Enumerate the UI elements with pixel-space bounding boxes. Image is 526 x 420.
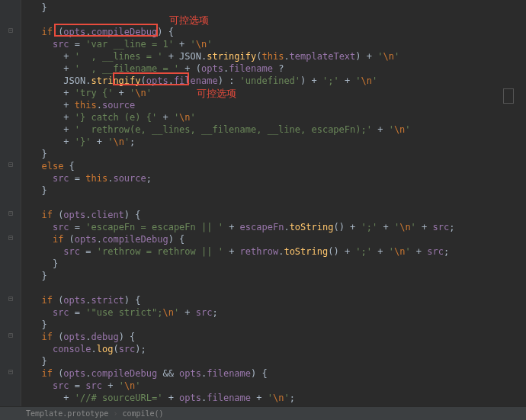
code-line: if (opts.strict) { (30, 294, 526, 306)
code-line: if (opts.debug) { (30, 331, 526, 343)
code-line: } (30, 184, 526, 197)
code-line: + 'try {' + '\n' (30, 87, 526, 99)
fold-collapse-icon[interactable]: ⊟ (7, 27, 14, 34)
code-line: src = this.source; (30, 172, 526, 184)
code-line: src = '"use strict";\n' + src; (30, 306, 526, 319)
code-line: + '//# sourceURL=' + opts.filename + '\n… (30, 392, 526, 404)
annotation-label: 可控选项 (197, 87, 236, 101)
code-line: } (30, 148, 526, 160)
code-line: + '}' + '\n'; (30, 136, 526, 148)
breadcrumb[interactable]: Template.prototype›compile() (0, 406, 526, 420)
fold-collapse-icon[interactable]: ⊟ (7, 332, 14, 339)
fold-collapse-icon[interactable]: ⊟ (7, 161, 14, 168)
code-line (30, 14, 526, 26)
code-line: + ' rethrow(e, __lines, __filename, __li… (30, 123, 526, 136)
cursor-indicator (503, 88, 514, 104)
breadcrumb-item[interactable]: compile() (117, 409, 168, 418)
code-line: } (30, 258, 526, 270)
code-editor[interactable]: } if (opts.compileDebug) { src = 'var __… (21, 0, 526, 404)
code-line: if (opts.compileDebug) { (30, 26, 526, 38)
breadcrumb-item[interactable]: Template.prototype (21, 409, 113, 418)
code-line (30, 282, 526, 294)
code-line: JSON.stringify(opts.filename) : 'undefin… (30, 75, 526, 87)
code-line: + ' , __lines = ' + JSON.stringify(this.… (30, 50, 526, 63)
code-line: } (30, 2, 526, 14)
code-line: + ' , __filename = ' + (opts.filename ? (30, 63, 526, 75)
code-line: src = src + '\n' (30, 380, 526, 392)
code-line: src = 'rethrow = rethrow || ' + rethrow.… (30, 245, 526, 258)
code-line: if (opts.compileDebug) { (30, 233, 526, 245)
fold-collapse-icon[interactable]: ⊟ (7, 210, 14, 217)
fold-collapse-icon[interactable]: ⊟ (7, 295, 14, 303)
code-line: src = 'var __line = 1' + '\n' (30, 38, 526, 50)
code-line: + '} catch (e) {' + '\n' (30, 111, 526, 123)
code-line: console.log(src); (30, 343, 526, 355)
fold-collapse-icon[interactable]: ⊟ (7, 368, 14, 376)
code-line: } (30, 319, 526, 331)
annotation-label: 可控选项 (169, 14, 209, 27)
code-line: if (opts.compileDebug && opts.filename) … (30, 367, 526, 380)
code-line: else { (30, 160, 526, 172)
editor-gutter: ⊟ ⊟ ⊟ ⊟ ⊟ ⊟ ⊟ (0, 0, 21, 420)
code-line: if (opts.client) { (30, 209, 526, 221)
code-line: + this.source (30, 99, 526, 111)
code-line: src = 'escapeFn = escapeFn || ' + escape… (30, 221, 526, 233)
code-line: } (30, 270, 526, 282)
code-line (30, 197, 526, 209)
code-line: } (30, 355, 526, 367)
fold-collapse-icon[interactable]: ⊟ (7, 234, 14, 242)
